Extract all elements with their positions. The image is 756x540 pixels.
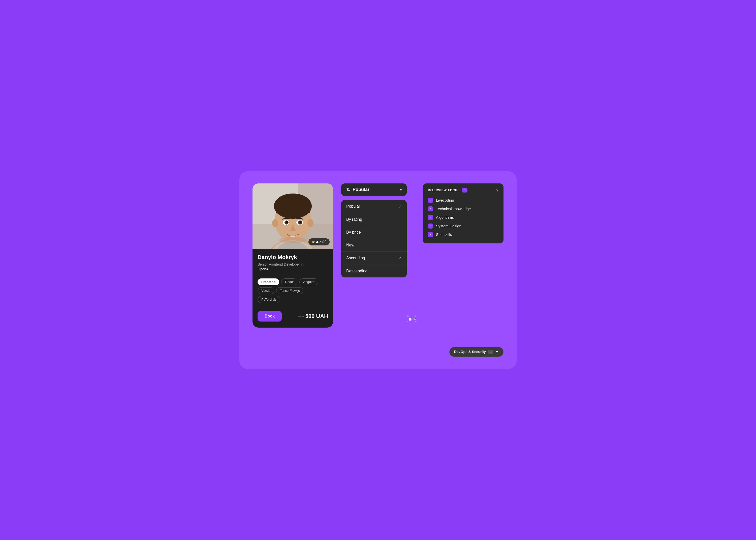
- svg-point-23: [415, 316, 416, 316]
- profile-tag[interactable]: React: [281, 278, 297, 285]
- check-icon: ✓: [429, 216, 432, 219]
- star-icon: ★: [312, 240, 315, 244]
- focus-header: INTERVIEW FOCUS 5 ∨: [428, 188, 498, 193]
- focus-item[interactable]: ✓Technical knowledge: [428, 204, 498, 213]
- svg-line-40: [409, 320, 409, 320]
- dropdown-item[interactable]: By price: [341, 226, 407, 239]
- svg-point-14: [286, 221, 288, 223]
- profile-tag[interactable]: Angular: [300, 278, 318, 285]
- cloud-2: [415, 316, 416, 317]
- focus-item-label: System Design: [436, 224, 461, 228]
- svg-point-24: [416, 316, 416, 316]
- focus-title: INTERVIEW FOCUS: [428, 189, 460, 192]
- flag: [409, 318, 415, 322]
- svg-line-36: [411, 318, 411, 318]
- interview-focus-card: INTERVIEW FOCUS 5 ∨ ✓Livecoding✓Technica…: [423, 184, 503, 243]
- cloud-4: [407, 321, 408, 321]
- svg-point-16: [279, 237, 307, 243]
- main-container: ★ 4.7 (3) Danylo Mokryk Senior Frontend …: [239, 171, 517, 369]
- dropdown-item[interactable]: Descending: [341, 265, 407, 277]
- book-button[interactable]: Book: [258, 311, 282, 322]
- dropdown-item-label: By rating: [346, 217, 362, 222]
- profile-title: Senior Frontend Developer in OpenAI: [258, 262, 328, 272]
- focus-count-badge: 5: [462, 188, 467, 193]
- focus-checkbox: ✓: [428, 232, 433, 237]
- svg-point-15: [300, 221, 302, 223]
- cloud-3: [415, 321, 417, 322]
- svg-point-47: [415, 318, 416, 319]
- devops-count: 3: [488, 350, 493, 354]
- svg-point-28: [416, 321, 417, 321]
- dropdown-item-label: Popular: [346, 204, 360, 208]
- dropdown-item-label: Ascending: [346, 256, 365, 260]
- airplane: [414, 318, 417, 320]
- dropdown-item[interactable]: By rating: [341, 213, 407, 226]
- svg-point-43: [409, 318, 411, 320]
- svg-point-48: [416, 318, 416, 318]
- review-count: (3): [322, 240, 326, 244]
- focus-item-label: Technical knowledge: [436, 206, 471, 211]
- svg-point-27: [416, 321, 416, 321]
- svg-point-22: [415, 316, 415, 316]
- profile-tag[interactable]: Vue.js: [258, 287, 274, 294]
- price-display: from 500 UAH: [298, 313, 328, 320]
- dropdown-item[interactable]: Ascending✓: [341, 252, 407, 265]
- price-label: from: [298, 315, 304, 319]
- focus-chevron-icon[interactable]: ∨: [496, 188, 498, 192]
- dropdown-item[interactable]: New: [341, 239, 407, 252]
- price-value: 500 UAH: [306, 313, 328, 319]
- devops-chevron-icon: ▼: [495, 350, 499, 354]
- devops-label: DevOps & Security: [454, 350, 486, 354]
- profile-footer: Book from 500 UAH: [253, 307, 333, 328]
- check-icon: ✓: [398, 204, 402, 209]
- dropdown-menu: Popular✓By ratingBy priceNewAscending✓De…: [341, 200, 407, 277]
- svg-point-19: [408, 315, 409, 316]
- sort-trigger[interactable]: ⇅ Popular ▾: [341, 184, 407, 196]
- cloud-1: [407, 315, 409, 316]
- profile-card: ★ 4.7 (3) Danylo Mokryk Senior Frontend …: [253, 184, 333, 328]
- focus-item[interactable]: ✓Algorithms: [428, 213, 498, 222]
- profile-tag[interactable]: TensorFlow.js: [276, 287, 304, 294]
- focus-checkbox: ✓: [428, 198, 433, 203]
- illustration-svg: [407, 281, 418, 357]
- svg-line-38: [411, 320, 411, 320]
- check-icon: ✓: [398, 256, 402, 261]
- focus-item[interactable]: ✓Livecoding: [428, 196, 498, 204]
- focus-checkbox: ✓: [428, 206, 433, 211]
- svg-rect-25: [415, 321, 416, 322]
- focus-item-label: Soft skills: [436, 232, 452, 237]
- rating-value: 4.7: [316, 240, 321, 244]
- focus-checkbox: ✓: [428, 223, 433, 228]
- focus-item[interactable]: ✓Soft skills: [428, 230, 498, 239]
- svg-rect-7: [276, 205, 310, 213]
- svg-point-20: [408, 316, 409, 316]
- svg-rect-21: [415, 316, 416, 317]
- svg-point-18: [407, 316, 408, 316]
- devops-badge[interactable]: DevOps & Security 3 ▼: [449, 347, 503, 357]
- focus-item-label: Algorithms: [436, 215, 454, 219]
- profile-name: Danylo Mokryk: [258, 254, 328, 261]
- dropdown-item-label: By price: [346, 230, 361, 235]
- svg-point-44: [414, 318, 417, 319]
- profile-tag[interactable]: Frontend: [258, 278, 279, 285]
- sort-trigger-label: Popular: [352, 187, 369, 192]
- svg-point-9: [308, 219, 314, 227]
- profile-tag[interactable]: PyTorch.js: [258, 296, 280, 303]
- focus-item[interactable]: ✓System Design: [428, 222, 498, 230]
- dropdown-item-label: Descending: [346, 269, 368, 273]
- profile-company[interactable]: OpenAI: [258, 267, 269, 271]
- focus-item-label: Livecoding: [436, 198, 454, 202]
- svg-point-8: [272, 219, 278, 227]
- check-icon: ✓: [429, 207, 432, 211]
- svg-point-30: [407, 321, 408, 321]
- svg-line-42: [409, 318, 409, 318]
- profile-info: Danylo Mokryk Senior Frontend Developer …: [253, 249, 333, 274]
- check-icon: ✓: [429, 199, 432, 202]
- right-panel: ⇅ Popular ▾ Popular✓By ratingBy priceNew…: [341, 184, 503, 357]
- dropdown-item[interactable]: Popular✓: [341, 200, 407, 213]
- check-icon: ✓: [429, 224, 432, 228]
- svg-rect-17: [407, 316, 409, 317]
- rating-badge: ★ 4.7 (3): [309, 238, 329, 245]
- svg-point-34: [409, 318, 412, 321]
- profile-image-container: ★ 4.7 (3): [253, 184, 333, 249]
